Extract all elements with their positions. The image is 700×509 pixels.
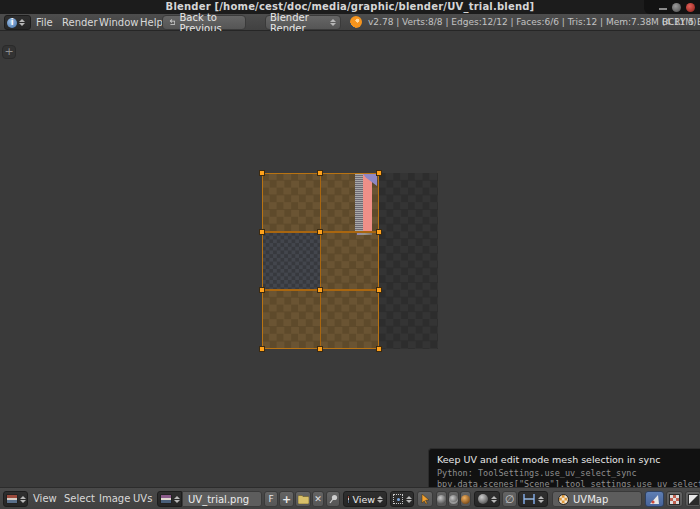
tooltip-python-line2: bpy.data.scenes["Scene"].tool_settings.u… [437, 479, 700, 488]
channel-color-button[interactable] [666, 491, 683, 507]
menu-image[interactable]: Image [99, 491, 130, 507]
view-mode-icon [347, 495, 350, 504]
uv-map-icon [558, 494, 569, 505]
mode-select-dropdown[interactable]: View [343, 491, 387, 507]
menu-view[interactable]: View [33, 491, 57, 507]
uv-select-mode-vertex[interactable] [436, 491, 447, 507]
addon-label: BCRY 5 E [662, 15, 700, 30]
color-alpha-icon [649, 494, 660, 505]
menu-render[interactable]: Render [62, 15, 98, 30]
channel-color-alpha-button[interactable] [645, 491, 664, 507]
proportional-edit-toggle[interactable]: ∅ [502, 491, 517, 507]
top-header: i File Render Window Help Back to Previo… [0, 14, 700, 31]
falloff-curve-icon [523, 494, 535, 504]
tooltip-python-line1: Python: ToolSettings.use_uv_select_sync [437, 468, 700, 479]
proportional-off-icon: ∅ [505, 494, 515, 505]
minimize-icon[interactable] [659, 8, 667, 10]
editor-type-dropdown-info[interactable]: i [4, 15, 31, 30]
uv-vertex[interactable] [377, 347, 381, 351]
window-title: Blender [/home/cest/doc/media/graphic/bl… [0, 1, 700, 12]
window-controls [644, 0, 700, 14]
unlink-image-button[interactable]: ✕ [312, 491, 324, 507]
vertex-select-icon [437, 495, 446, 504]
info-editor-icon: i [7, 18, 17, 28]
close-icon: ✕ [314, 494, 322, 504]
uv-image-checker[interactable] [262, 173, 438, 349]
proportional-falloff-dropdown[interactable] [518, 491, 548, 507]
face-select-icon [461, 495, 470, 504]
updown-arrows-icon [491, 496, 497, 503]
cursor-arrow-icon [421, 494, 430, 504]
menu-help[interactable]: Help [140, 15, 163, 30]
uv-vertex[interactable] [260, 171, 264, 175]
uv-islands[interactable] [262, 173, 379, 349]
expand-region-button[interactable]: + [2, 45, 16, 59]
uv-vertex[interactable] [318, 288, 322, 292]
uv-sync-select-toggle[interactable] [417, 491, 433, 507]
uv-vertex[interactable] [318, 171, 322, 175]
image-name-value: UV_trial.png [188, 494, 249, 505]
image-datablock-icon [160, 494, 172, 504]
rgb-checker-icon [669, 494, 680, 505]
sticky-select-dropdown[interactable] [474, 491, 500, 507]
menu-select[interactable]: Select [64, 491, 95, 507]
menu-file[interactable]: File [36, 15, 53, 30]
tooltip-title: Keep UV and edit mode mesh selection in … [437, 454, 700, 465]
render-engine-select[interactable]: Blender Render [265, 15, 341, 30]
back-arrow-icon [169, 18, 175, 27]
uv-select-mode-edge[interactable] [448, 491, 459, 507]
fake-user-button[interactable]: F [264, 491, 278, 507]
editor-type-dropdown-image[interactable] [3, 491, 28, 507]
fake-user-label: F [268, 494, 273, 504]
alpha-diagonal-icon [688, 494, 699, 505]
updown-arrows-icon [20, 496, 26, 503]
mode-select-value: View [352, 494, 375, 505]
new-image-button[interactable]: + [279, 491, 294, 507]
image-browse-dropdown[interactable] [157, 491, 182, 507]
uv-vertex[interactable] [260, 230, 264, 234]
title-bar: Blender [/home/cest/doc/media/graphic/bl… [0, 0, 700, 14]
uv-vertex[interactable] [377, 288, 381, 292]
tooltip: Keep UV and edit mode mesh selection in … [428, 448, 700, 487]
uv-editor-header: View Select Image UVs UV_trial.png F + ✕… [0, 487, 700, 509]
updown-arrows-icon [377, 496, 383, 503]
uv-vertex[interactable] [377, 230, 381, 234]
menu-uvs[interactable]: UVs [133, 491, 152, 507]
updown-arrows-icon [19, 19, 25, 26]
menu-window[interactable]: Window [99, 15, 138, 30]
maximize-icon[interactable] [672, 3, 681, 12]
pin-icon [329, 494, 338, 504]
scene-stats: v2.78 | Verts:8/8 | Edges:12/12 | Faces:… [368, 15, 700, 30]
uv-select-mode-face[interactable] [460, 491, 471, 507]
back-to-previous-button[interactable]: Back to Previous [162, 15, 246, 30]
pin-button[interactable] [326, 491, 340, 507]
close-icon[interactable] [686, 3, 695, 12]
image-name-field[interactable]: UV_trial.png [182, 491, 262, 507]
uv-map-field[interactable]: UVMap [552, 491, 642, 507]
uv-editor-canvas[interactable]: + [0, 31, 700, 487]
blender-logo-icon [350, 16, 362, 28]
updown-arrows-icon [406, 496, 412, 503]
open-image-button[interactable] [295, 491, 311, 507]
pivot-icon [393, 494, 403, 504]
sticky-select-icon [478, 494, 488, 504]
updown-arrows-icon [174, 496, 180, 503]
image-editor-icon [6, 494, 18, 504]
updown-arrows-icon [330, 19, 336, 26]
pivot-center-dropdown[interactable] [390, 491, 414, 507]
channel-alpha-button[interactable] [685, 491, 700, 507]
uv-island-outline [262, 173, 379, 349]
blender-window: Blender [/home/cest/doc/media/graphic/bl… [0, 0, 700, 509]
uv-vertex[interactable] [260, 347, 264, 351]
plus-icon: + [282, 493, 291, 506]
uv-vertex[interactable] [377, 171, 381, 175]
folder-icon [298, 495, 309, 504]
uv-vertex[interactable] [318, 230, 322, 234]
uv-vertex[interactable] [260, 288, 264, 292]
updown-arrows-icon [538, 496, 544, 503]
edge-select-icon [449, 495, 458, 504]
uv-map-value: UVMap [573, 494, 608, 505]
uv-vertex[interactable] [318, 347, 322, 351]
